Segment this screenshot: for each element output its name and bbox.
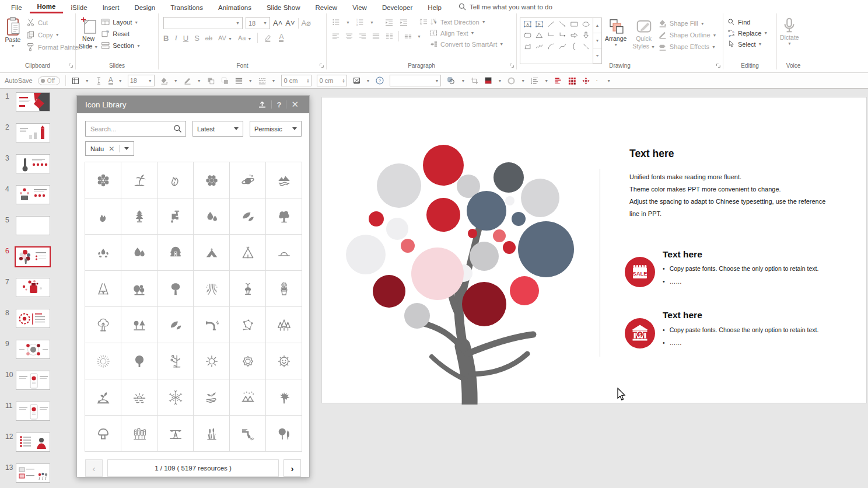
- slide-thumbnail-12[interactable]: 12: [0, 433, 61, 463]
- shape-right-arrow[interactable]: [568, 30, 580, 41]
- library-icon-sunset-sea[interactable]: [121, 379, 157, 415]
- next-page-button[interactable]: ›: [284, 459, 301, 477]
- library-icon-sun-rays[interactable]: [85, 343, 121, 379]
- islide-matrix-icon[interactable]: [568, 76, 576, 85]
- slide-thumbnail-image[interactable]: [16, 92, 50, 111]
- library-icon-flower[interactable]: [85, 162, 121, 198]
- slide-thumbnail-2[interactable]: 2: [0, 123, 61, 154]
- tab-developer[interactable]: Developer: [374, 0, 420, 13]
- tell-me-search[interactable]: Tell me what you want to do: [459, 0, 552, 13]
- library-icon-two-trees[interactable]: [266, 416, 302, 451]
- chevron-down-icon[interactable]: [124, 147, 129, 150]
- resize-height-icon[interactable]: [94, 76, 103, 85]
- dialog-launcher-icon[interactable]: [509, 62, 514, 68]
- section-bullets[interactable]: •Copy paste fonts. Choose the only optio…: [663, 265, 855, 291]
- shape-diagonal[interactable]: [580, 41, 592, 52]
- library-icon-flame[interactable]: [158, 162, 193, 198]
- slide-thumbnail-image[interactable]: [16, 402, 50, 421]
- text-highlight-button[interactable]: [264, 33, 273, 43]
- shape-triangle[interactable]: [533, 30, 545, 41]
- character-spacing-button[interactable]: AV ▼: [218, 34, 232, 41]
- dialog-launcher-icon[interactable]: [318, 62, 324, 68]
- font-color-icon[interactable]: A: [108, 77, 113, 85]
- smart-align-icon[interactable]: [530, 76, 539, 85]
- layout-button[interactable]: Layout▼: [101, 18, 141, 27]
- shrink-font-button[interactable]: A˅: [285, 19, 295, 27]
- slide-thumbnail-13[interactable]: 13: [0, 463, 61, 488]
- shape-line[interactable]: [545, 19, 556, 30]
- library-icon-tent[interactable]: [194, 235, 229, 270]
- autosave-toggle[interactable]: Off: [38, 76, 60, 85]
- library-icon-palm-island[interactable]: [121, 162, 157, 198]
- font-size-combobox[interactable]: 18▼: [246, 17, 270, 29]
- bold-button[interactable]: B: [163, 34, 169, 43]
- spacing-before-spinner[interactable]: 0 cm▲▼: [281, 75, 312, 86]
- shapes-gallery-scrollbar[interactable]: ▲▼⏷: [593, 18, 602, 64]
- grow-font-button[interactable]: A˄: [273, 19, 282, 27]
- library-icon-constellation[interactable]: [230, 307, 265, 343]
- library-icon-reeds[interactable]: [194, 416, 229, 451]
- add-remove-columns-button[interactable]: [404, 32, 412, 41]
- library-icon-drops[interactable]: [121, 235, 157, 270]
- dictate-button[interactable]: Dictate▼: [777, 13, 802, 60]
- library-icon-snowflake[interactable]: [158, 379, 193, 415]
- decrease-indent-button[interactable]: [384, 18, 394, 27]
- select-button[interactable]: Select▼: [727, 40, 768, 48]
- reset-button[interactable]: Reset: [101, 29, 141, 39]
- italic-button[interactable]: I: [174, 33, 177, 43]
- section-bullets[interactable]: •Copy paste fonts. Choose the only optio…: [663, 326, 855, 352]
- slide-body-text[interactable]: Unified fonts make reading more fluent. …: [629, 171, 837, 220]
- library-icon-faucet[interactable]: [158, 198, 193, 234]
- change-case-button[interactable]: Aa ▼: [238, 34, 251, 41]
- slide-thumbnail-image[interactable]: [16, 185, 50, 204]
- slide-thumbnail-image[interactable]: [16, 371, 50, 390]
- align-text-button[interactable]: Align Text▼: [429, 29, 503, 37]
- library-icon-bushes[interactable]: [121, 271, 157, 306]
- slide-thumbnail-8[interactable]: 8: [0, 309, 61, 340]
- library-icon-planting[interactable]: [230, 271, 265, 306]
- shape-over-circle-icon[interactable]: [446, 76, 456, 85]
- slide-thumbnail-3[interactable]: 3: [0, 154, 61, 185]
- text-direction-button[interactable]: AText Direction▼: [429, 18, 503, 26]
- shape-freeform[interactable]: [522, 41, 533, 52]
- arrange-button[interactable]: Arrange▼: [602, 18, 629, 64]
- help-icon[interactable]: ?: [272, 100, 286, 109]
- font-color-button[interactable]: A: [279, 34, 284, 42]
- close-icon[interactable]: ✕: [286, 99, 303, 110]
- shape-rounded-rect[interactable]: [522, 30, 533, 41]
- slide-thumbnail-image[interactable]: [16, 309, 50, 328]
- shape-vertical-textbox[interactable]: A: [533, 19, 545, 30]
- bring-forward-icon[interactable]: [206, 76, 215, 85]
- shape-arc[interactable]: [545, 41, 556, 52]
- spacing-after-spinner[interactable]: 0 cm▲▼: [317, 75, 347, 86]
- slide-heading[interactable]: Text here: [629, 148, 674, 160]
- crop-icon[interactable]: [470, 76, 479, 85]
- tab-slide-show[interactable]: Slide Show: [259, 0, 308, 13]
- remove-tag-icon[interactable]: ✕: [108, 145, 114, 153]
- shape-scribble[interactable]: [533, 41, 545, 52]
- shape-elbow[interactable]: [545, 30, 556, 41]
- font-name-combobox[interactable]: ▼: [163, 17, 243, 29]
- thick-lines-icon[interactable]: [235, 76, 243, 85]
- slide-canvas[interactable]: Text here Unified fonts make reading mor…: [321, 97, 867, 403]
- library-icon-smiling-sun[interactable]: [266, 343, 302, 379]
- bank-icon[interactable]: $: [624, 318, 656, 349]
- library-icon-roots[interactable]: [194, 271, 229, 306]
- tag-filter-chip[interactable]: Natu ✕: [85, 141, 134, 156]
- library-icon-forest[interactable]: [266, 307, 302, 343]
- tab-design[interactable]: Design: [127, 0, 163, 13]
- shape-brace[interactable]: [568, 41, 580, 52]
- dashed-lines-icon[interactable]: [258, 76, 267, 85]
- library-icon-hand-plant[interactable]: [194, 379, 229, 415]
- islide-compress-icon[interactable]: [582, 76, 590, 85]
- tab-animations[interactable]: Animations: [211, 0, 259, 13]
- table-style-icon[interactable]: [71, 76, 80, 85]
- icon-library-header[interactable]: Icon Library ? ✕: [77, 96, 309, 113]
- section-title[interactable]: Text here: [663, 249, 702, 260]
- shape-fill-button[interactable]: Shape Fill▼: [658, 19, 717, 28]
- slide-thumbnail-image[interactable]: [15, 246, 51, 267]
- shape-curve[interactable]: [556, 41, 568, 52]
- fill-color-icon[interactable]: [160, 76, 169, 85]
- library-icon-park-trees[interactable]: [121, 307, 157, 343]
- slide-thumbnail-5[interactable]: 5: [0, 216, 61, 247]
